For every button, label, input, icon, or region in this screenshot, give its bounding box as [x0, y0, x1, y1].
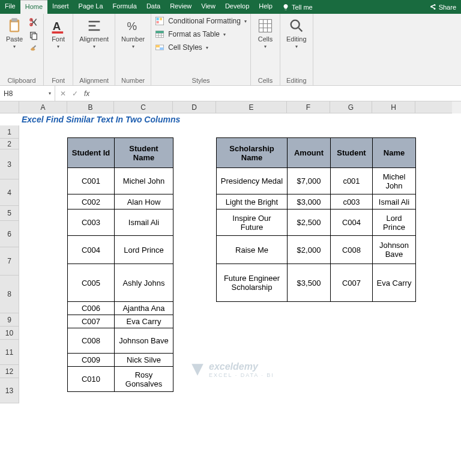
format-as-table-button[interactable]: Format as Table ▾ — [155, 29, 247, 39]
table-cell[interactable]: Johnson Bave — [115, 328, 173, 354]
table-cell[interactable]: C007 — [68, 315, 115, 328]
table-cell[interactable]: Alan How — [115, 194, 173, 209]
column-header[interactable]: C — [114, 101, 173, 113]
table-cell[interactable]: Johnson Bave — [373, 236, 416, 264]
row-header[interactable]: 1 — [0, 125, 19, 139]
table-cell[interactable]: C001 — [68, 168, 115, 194]
table-cell[interactable]: C008 — [331, 236, 373, 264]
column-header[interactable]: A — [19, 101, 67, 113]
group-editing: Editing▾ Editing — [280, 14, 313, 85]
cell-styles-button[interactable]: Cell Styles ▾ — [155, 43, 247, 52]
table-cell[interactable]: C006 — [68, 302, 115, 315]
formula-input[interactable] — [94, 86, 461, 101]
cut-button[interactable] — [28, 16, 40, 28]
column-header[interactable]: B — [67, 101, 114, 113]
tell-me[interactable]: Tell me — [277, 0, 318, 14]
table-header: Student Id — [68, 138, 115, 168]
table-cell[interactable]: Ajantha Ana — [115, 302, 173, 315]
table-cell[interactable]: Light the Bright — [217, 194, 288, 209]
column-header[interactable]: G — [330, 101, 372, 113]
name-box[interactable]: H8▾ — [0, 86, 55, 101]
tab-data[interactable]: Data — [142, 0, 165, 14]
row-header[interactable]: 11 — [0, 340, 19, 365]
table-cell[interactable]: Rosy Gonsalves — [115, 367, 173, 392]
svg-text:A: A — [53, 20, 61, 32]
table-cell[interactable]: Michel John — [373, 168, 416, 194]
table-cell[interactable]: C003 — [68, 209, 115, 236]
number-button[interactable]: % Number▾ — [119, 16, 147, 50]
tab-formulas[interactable]: Formula — [108, 0, 142, 14]
table-cell[interactable]: Nick Silve — [115, 354, 173, 367]
table-cell[interactable]: C008 — [68, 328, 115, 354]
table-cell[interactable]: Michel John — [115, 168, 173, 194]
column-header[interactable]: H — [372, 101, 415, 113]
table-cell[interactable]: Lord Prince — [115, 236, 173, 264]
cancel-icon[interactable]: ✕ — [60, 89, 66, 98]
tab-insert[interactable]: Insert — [47, 0, 74, 14]
tab-page-layout[interactable]: Page La — [74, 0, 108, 14]
table-cell[interactable]: Presidency Medal — [217, 168, 288, 194]
row-header[interactable]: 3 — [0, 149, 19, 179]
paste-button[interactable]: Paste▾ — [4, 16, 25, 50]
table-cell[interactable]: c001 — [331, 168, 373, 194]
svg-text:%: % — [127, 20, 137, 32]
row-header[interactable]: 13 — [0, 378, 19, 403]
table-cell[interactable]: $2,500 — [288, 209, 331, 236]
column-header[interactable]: E — [216, 101, 287, 113]
cells-button[interactable]: Cells▾ — [255, 16, 276, 50]
table-cell[interactable]: Ashly Johns — [115, 264, 173, 302]
tab-home[interactable]: Home — [20, 0, 47, 14]
conditional-formatting-button[interactable]: Conditional Formatting ▾ — [155, 16, 247, 26]
table-cell[interactable]: Eva Carry — [373, 264, 416, 302]
table-cell[interactable]: C004 — [68, 236, 115, 264]
table-cell[interactable]: $3,500 — [288, 264, 331, 302]
row-header[interactable]: 9 — [0, 313, 19, 327]
table-cell[interactable]: C004 — [331, 209, 373, 236]
copy-button[interactable] — [28, 29, 40, 41]
table-cell[interactable]: Eva Carry — [115, 315, 173, 328]
row-header[interactable]: 7 — [0, 247, 19, 276]
table-cell[interactable]: Lord Prince — [373, 209, 416, 236]
tab-file[interactable]: File — [0, 0, 20, 14]
enter-icon[interactable]: ✓ — [72, 89, 78, 98]
table-cell[interactable]: C007 — [331, 264, 373, 302]
fx-icon[interactable]: fx — [84, 89, 89, 98]
row-header[interactable]: 4 — [0, 179, 19, 206]
row-header[interactable]: 5 — [0, 206, 19, 221]
table-cell[interactable]: Ismail Ali — [373, 194, 416, 209]
format-painter-button[interactable] — [28, 43, 40, 55]
column-header[interactable]: D — [173, 101, 216, 113]
alignment-button[interactable]: Alignment▾ — [77, 16, 111, 50]
editing-button[interactable]: Editing▾ — [284, 16, 309, 50]
select-all-corner[interactable] — [0, 101, 19, 113]
tab-review[interactable]: Review — [165, 0, 196, 14]
row-header[interactable]: 6 — [0, 221, 19, 247]
table-cell[interactable]: C002 — [68, 194, 115, 209]
tab-developer[interactable]: Develop — [220, 0, 254, 14]
tab-help[interactable]: Help — [254, 0, 277, 14]
column-header[interactable]: F — [287, 101, 330, 113]
table-cell[interactable]: $2,000 — [288, 236, 331, 264]
svg-rect-18 — [156, 45, 160, 47]
font-button[interactable]: A Font▾ — [47, 16, 69, 50]
ribbon-tabs: File Home Insert Page La Formula Data Re… — [0, 0, 461, 14]
table-cell[interactable]: $7,000 — [288, 168, 331, 194]
table-cell[interactable]: Ismail Ali — [115, 209, 173, 236]
vertical-scrollbar[interactable] — [452, 101, 461, 113]
table-cell[interactable]: C010 — [68, 367, 115, 392]
table-cell[interactable]: C005 — [68, 264, 115, 302]
row-header[interactable]: 2 — [0, 139, 19, 149]
table-cell[interactable]: $3,000 — [288, 194, 331, 209]
row-header[interactable]: 10 — [0, 327, 19, 340]
tab-view[interactable]: View — [196, 0, 220, 14]
table-cell[interactable]: Future Engineer Scholarship — [217, 264, 288, 302]
row-header[interactable]: 8 — [0, 276, 19, 313]
table-cell[interactable]: C009 — [68, 354, 115, 367]
share-button[interactable]: Share — [424, 0, 461, 14]
table-cell[interactable]: Raise Me — [217, 236, 288, 264]
row-header[interactable]: 12 — [0, 365, 19, 378]
watermark-icon — [190, 362, 205, 378]
group-number: % Number▾ Number — [115, 14, 151, 85]
table-cell[interactable]: Inspire Our Future — [217, 209, 288, 236]
table-cell[interactable]: c003 — [331, 194, 373, 209]
